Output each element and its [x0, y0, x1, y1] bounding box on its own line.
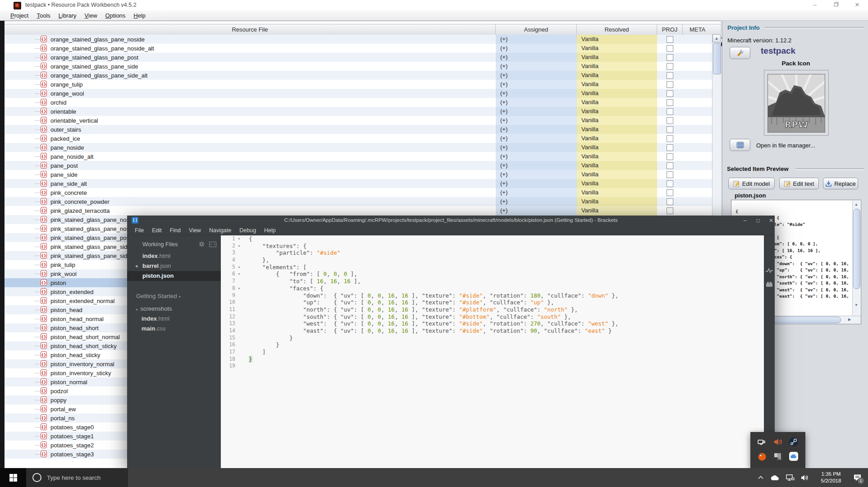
project-settings-button[interactable]	[730, 47, 750, 59]
table-row[interactable]: {}orange_wool(+)Vanilla	[5, 89, 721, 98]
search-input[interactable]: Type here to search	[26, 468, 128, 487]
menu-help[interactable]: Help	[260, 226, 280, 234]
edit-model-button[interactable]: Edit model	[728, 178, 775, 189]
extension-manager-icon[interactable]	[766, 281, 773, 287]
proj-checkbox[interactable]	[667, 81, 673, 88]
proj-checkbox[interactable]	[667, 162, 673, 169]
menu-file[interactable]: File	[131, 226, 148, 234]
proj-checkbox[interactable]	[667, 72, 673, 79]
proj-checkbox[interactable]	[667, 45, 673, 52]
table-row[interactable]: {}orange_stained_glass_pane_noside(+)Van…	[5, 35, 721, 44]
split-view-icon[interactable]	[209, 242, 216, 247]
fold-arrow-icon[interactable]: ▾	[238, 264, 242, 271]
scroll-down-arrow[interactable]: ▼	[853, 302, 860, 308]
menu-project[interactable]: Project	[6, 11, 32, 20]
menu-debug[interactable]: Debug	[235, 226, 260, 234]
gear-icon[interactable]	[199, 241, 205, 247]
menu-help[interactable]: Help	[129, 11, 150, 20]
col-proj[interactable]: PROJ	[657, 24, 683, 35]
col-resource-file[interactable]: Resource File	[5, 24, 496, 35]
table-row[interactable]: {}orange_stained_glass_pane_noside_alt(+…	[5, 44, 721, 53]
proj-checkbox[interactable]	[667, 153, 673, 160]
close-button[interactable]: ✕	[765, 216, 777, 225]
col-meta[interactable]: META	[683, 24, 712, 35]
proj-checkbox[interactable]	[667, 126, 673, 133]
menu-view[interactable]: View	[81, 11, 101, 20]
proj-checkbox[interactable]	[667, 108, 673, 115]
action-center-icon[interactable]: 1	[853, 474, 862, 482]
proj-checkbox[interactable]	[667, 63, 673, 70]
menu-navigate[interactable]: Navigate	[205, 226, 235, 234]
minimize-button[interactable]: –	[739, 216, 751, 225]
tree-file-main[interactable]: main.css	[127, 324, 221, 334]
proj-checkbox[interactable]	[667, 198, 673, 205]
proj-checkbox[interactable]	[667, 180, 673, 187]
menu-tools[interactable]: Tools	[32, 11, 54, 20]
start-button[interactable]	[0, 468, 26, 487]
table-row[interactable]: {}orange_stained_glass_pane_side_alt(+)V…	[5, 71, 721, 80]
working-file-index.html[interactable]: index.html	[127, 251, 221, 261]
menu-edit[interactable]: Edit	[148, 226, 166, 234]
network-icon[interactable]	[786, 474, 795, 481]
usb-device-icon[interactable]	[757, 437, 767, 448]
live-preview-icon[interactable]	[766, 268, 773, 273]
table-row[interactable]: {}orchid(+)Vanilla	[5, 98, 721, 107]
restore-button[interactable]	[826, 0, 846, 10]
table-row[interactable]: {}pane_noside_alt(+)Vanilla	[5, 152, 721, 161]
proj-checkbox[interactable]	[667, 207, 673, 214]
table-row[interactable]: {}pink_concrete(+)Vanilla	[5, 188, 721, 197]
edit-text-button[interactable]: Edit text	[779, 178, 819, 189]
table-row[interactable]: {}orange_stained_glass_pane_side(+)Vanil…	[5, 62, 721, 71]
proj-checkbox[interactable]	[667, 90, 673, 97]
fold-arrow-icon[interactable]: ▾	[238, 235, 242, 243]
table-row[interactable]: {}orange_tulip(+)Vanilla	[5, 80, 721, 89]
close-button[interactable]: ✕	[847, 0, 867, 10]
proj-checkbox[interactable]	[667, 36, 673, 43]
menu-find[interactable]: Find	[166, 226, 185, 234]
volume-mixer-icon[interactable]	[773, 437, 783, 448]
fold-arrow-icon[interactable]: ▾	[238, 285, 242, 292]
menu-library[interactable]: Library	[55, 11, 81, 20]
proj-checkbox[interactable]	[667, 117, 673, 124]
scroll-up-arrow[interactable]: ▲	[713, 34, 721, 42]
proj-checkbox[interactable]	[667, 135, 673, 142]
maximize-button[interactable]: □	[752, 216, 764, 225]
table-row[interactable]: {}orientable_vertical(+)Vanilla	[5, 116, 721, 125]
table-row[interactable]: {}pane_side(+)Vanilla	[5, 170, 721, 179]
minimize-button[interactable]: –	[805, 0, 825, 10]
working-file-barrel.json[interactable]: barrel.json	[127, 261, 221, 271]
tree-folder-screenshots[interactable]: ▸screenshots	[127, 304, 221, 314]
color-ball-icon[interactable]	[757, 452, 767, 463]
menu-view[interactable]: View	[185, 226, 205, 234]
tree-file-index[interactable]: index.html	[127, 314, 221, 324]
table-row[interactable]: {}pane_side_alt(+)Vanilla	[5, 179, 721, 188]
proj-checkbox[interactable]	[667, 54, 673, 61]
scroll-right-arrow[interactable]: ▶	[846, 316, 853, 323]
table-row[interactable]: {}pane_post(+)Vanilla	[5, 161, 721, 170]
table-row[interactable]: {}outer_stairs(+)Vanilla	[5, 125, 721, 134]
col-assigned[interactable]: Assigned	[496, 24, 577, 35]
working-file-piston.json[interactable]: piston.json	[127, 271, 221, 281]
scroll-up-arrow[interactable]: ▲	[853, 201, 860, 208]
table-row[interactable]: {}pink_concrete_powder(+)Vanilla	[5, 197, 721, 206]
speaker-icon[interactable]	[801, 474, 809, 481]
cloud-app-icon[interactable]	[789, 451, 799, 463]
code-editor[interactable]: 1▾{2▾ "textures": {3 "particle": "#side"…	[221, 235, 764, 468]
proj-checkbox[interactable]	[667, 171, 673, 178]
replace-button[interactable]: Replace	[823, 178, 858, 189]
table-row[interactable]: {}pink_glazed_terracotta(+)Vanilla	[5, 206, 721, 215]
project-dropdown[interactable]: Getting Started ▾	[127, 281, 221, 304]
table-row[interactable]: {}packed_ice(+)Vanilla	[5, 134, 721, 143]
fold-arrow-icon[interactable]: ▾	[238, 271, 242, 278]
scrollbar-thumb[interactable]	[713, 43, 721, 74]
proj-checkbox[interactable]	[667, 144, 673, 151]
scrollbar-thumb[interactable]	[853, 209, 860, 289]
table-row[interactable]: {}pane_noside(+)Vanilla	[5, 143, 721, 152]
gray-app-icon[interactable]	[773, 452, 782, 463]
onedrive-cloud-icon[interactable]	[770, 475, 780, 481]
chevron-up-icon[interactable]	[758, 476, 763, 479]
fold-arrow-icon[interactable]: ▾	[238, 243, 242, 250]
menu-options[interactable]: Options	[101, 11, 130, 20]
proj-checkbox[interactable]	[667, 189, 673, 196]
table-row[interactable]: {}orange_stained_glass_pane_post(+)Vanil…	[5, 53, 721, 62]
